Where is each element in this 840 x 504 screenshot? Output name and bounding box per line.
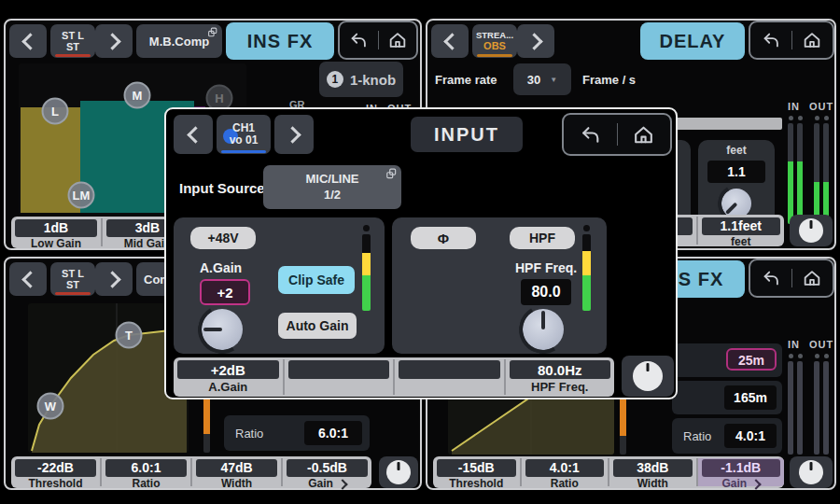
input-source-button[interactable]: MIC/LINE 1/2 bbox=[263, 165, 401, 209]
ratio-row[interactable]: Ratio 4.0:1 bbox=[672, 418, 782, 454]
ratio-label: Ratio bbox=[235, 427, 263, 441]
one-knob-button[interactable]: 1 1-knob bbox=[319, 62, 403, 97]
touch-and-turn-knob-button[interactable] bbox=[790, 215, 833, 246]
clip-safe-button[interactable]: Clip Safe bbox=[278, 266, 355, 294]
channel-select-button[interactable]: ST L ST bbox=[50, 24, 95, 58]
hpf-level-meter bbox=[581, 225, 591, 311]
footer-cell-width[interactable]: 47dBWidth bbox=[192, 458, 283, 486]
channel-select-underline bbox=[55, 292, 91, 295]
chevron-right-icon bbox=[284, 126, 301, 143]
back-button[interactable] bbox=[564, 115, 617, 154]
touch-and-turn-knob-button[interactable] bbox=[622, 356, 674, 397]
channel-name-line1: STREA... bbox=[476, 31, 513, 40]
home-icon bbox=[387, 30, 408, 50]
channel-name: vo 01 bbox=[230, 134, 259, 147]
footer-cell-width[interactable]: 38dBWidth bbox=[609, 458, 698, 486]
phase-button[interactable]: Φ bbox=[411, 227, 476, 249]
back-button[interactable] bbox=[340, 22, 378, 58]
next-channel-button[interactable] bbox=[274, 115, 314, 154]
ratio-value[interactable]: 6.0:1 bbox=[304, 421, 362, 445]
tab-label: INS FX bbox=[247, 31, 313, 52]
hpf-freq-value[interactable]: 80.0 bbox=[521, 279, 571, 305]
phantom-48v-button[interactable]: +48V bbox=[190, 227, 256, 249]
next-channel-button[interactable] bbox=[517, 24, 554, 58]
release-value[interactable]: 165m bbox=[724, 385, 777, 410]
fx-library-button[interactable]: M.B.Comp bbox=[136, 24, 222, 58]
prev-channel-button[interactable] bbox=[9, 262, 47, 296]
source-line1: MIC/LINE bbox=[305, 172, 358, 188]
back-icon bbox=[761, 268, 781, 288]
ratio-value[interactable]: 4.0:1 bbox=[724, 424, 777, 448]
release-row[interactable]: 165m bbox=[672, 381, 782, 414]
footer-cell-feet[interactable]: 1.1feetfeet bbox=[698, 217, 785, 245]
footer-cell-gain[interactable]: -0.5dBGain bbox=[283, 458, 371, 486]
mixer-screen: ST L ST M.B.Comp INS FX L M H LM GR 1 1-… bbox=[0, 0, 840, 504]
next-channel-button[interactable] bbox=[95, 24, 133, 58]
width-node[interactable]: W bbox=[37, 393, 64, 420]
attack-row[interactable]: 25m bbox=[672, 343, 782, 377]
param-footer-strip: -22dBThreshold 6.0:1Ratio 47dBWidth -0.5… bbox=[11, 456, 371, 488]
ratio-row[interactable]: Ratio 6.0:1 bbox=[224, 415, 370, 451]
copy-icon bbox=[385, 168, 398, 180]
home-button[interactable] bbox=[379, 22, 417, 58]
footer-cell-ratio[interactable]: 6.0:1Ratio bbox=[102, 458, 192, 486]
one-knob-badge-icon: 1 bbox=[327, 71, 343, 88]
nav-group bbox=[562, 113, 672, 156]
hpf-button[interactable]: HPF bbox=[510, 227, 575, 249]
hpf-section: Φ HPF HPF Freq. 80.0 bbox=[392, 217, 607, 354]
back-button[interactable] bbox=[750, 22, 791, 58]
band-node-l[interactable]: L bbox=[42, 98, 69, 125]
band-node-lm[interactable]: LM bbox=[68, 182, 95, 209]
channel-select-button[interactable]: ST L ST bbox=[50, 262, 95, 296]
home-button[interactable] bbox=[792, 22, 833, 58]
footer-cell-gain-selected[interactable]: -1.1dBGain bbox=[698, 458, 785, 486]
channel-select-underline bbox=[221, 150, 266, 153]
feet-value[interactable]: 1.1 bbox=[707, 161, 765, 183]
chevron-right-icon bbox=[104, 33, 120, 49]
channel-select-button[interactable]: STREA... OBS bbox=[472, 24, 517, 58]
hpf-knob[interactable] bbox=[523, 309, 564, 350]
back-icon bbox=[761, 30, 781, 50]
again-value[interactable]: +2 bbox=[200, 279, 250, 305]
clip-dot bbox=[583, 225, 590, 231]
prev-channel-button[interactable] bbox=[431, 24, 469, 58]
nav-group bbox=[749, 259, 834, 298]
channel-select-button[interactable]: CH1 vo 01 bbox=[217, 115, 271, 154]
home-button[interactable] bbox=[618, 115, 671, 154]
footer-cell-threshold[interactable]: -15dBThreshold bbox=[433, 458, 522, 486]
source-line2: 1/2 bbox=[324, 188, 341, 203]
band-node-m[interactable]: M bbox=[124, 82, 151, 109]
input-source-label: Input Source bbox=[179, 180, 265, 196]
chevron-left-icon bbox=[187, 126, 203, 143]
home-button[interactable] bbox=[792, 260, 833, 296]
footer-cell-low-gain[interactable]: 1dBLow Gain bbox=[11, 218, 103, 246]
next-channel-button[interactable] bbox=[95, 262, 133, 296]
threshold-node[interactable]: T bbox=[116, 322, 143, 349]
chevron-left-icon bbox=[443, 33, 460, 49]
frame-rate-dropdown[interactable]: 30 ▼ bbox=[513, 63, 571, 95]
again-knob[interactable] bbox=[202, 309, 243, 350]
frame-rate-label: Frame rate bbox=[435, 73, 497, 87]
fx-name-label: M.B.Comp bbox=[149, 35, 209, 49]
tab-ins-fx[interactable]: INS FX bbox=[226, 22, 334, 60]
footer-cell-hpf-freq[interactable]: 80.0HzHPF Freq. bbox=[506, 359, 615, 395]
again-label: A.Gain bbox=[200, 260, 242, 275]
knob-icon bbox=[799, 218, 823, 243]
touch-and-turn-knob-button[interactable] bbox=[379, 456, 418, 488]
footer-cell-3[interactable] bbox=[395, 359, 506, 395]
input-modal: CH1 vo 01 INPUT Input Source MIC/LINE 1/… bbox=[164, 107, 678, 399]
prev-channel-button[interactable] bbox=[174, 115, 213, 154]
footer-cell-2[interactable] bbox=[285, 359, 396, 395]
back-button[interactable] bbox=[750, 260, 791, 296]
touch-and-turn-knob-button[interactable] bbox=[790, 456, 833, 488]
prev-channel-button[interactable] bbox=[9, 24, 47, 58]
auto-gain-button[interactable]: Auto Gain bbox=[278, 313, 357, 339]
knob-icon bbox=[633, 361, 663, 391]
tab-delay[interactable]: DELAY bbox=[640, 22, 745, 60]
footer-cell-ratio[interactable]: 4.0:1Ratio bbox=[522, 458, 610, 486]
channel-name-line2: ST bbox=[66, 279, 79, 290]
channel-name-line2: OBS bbox=[483, 40, 506, 51]
attack-value[interactable]: 25m bbox=[726, 348, 777, 371]
footer-cell-threshold[interactable]: -22dBThreshold bbox=[11, 458, 102, 486]
footer-cell-again[interactable]: +2dBA.Gain bbox=[174, 359, 285, 395]
